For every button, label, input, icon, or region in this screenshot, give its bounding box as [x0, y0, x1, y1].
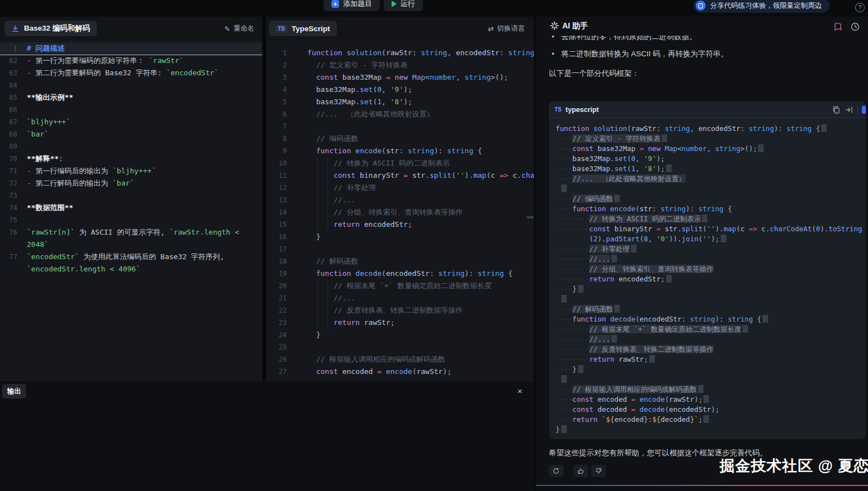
regenerate-button[interactable]	[549, 465, 563, 477]
markdown-editor[interactable]: 1# 问题描述 62- 第一行为需要编码的原始字符串： `rawStr`63- …	[0, 40, 262, 381]
code-line: 77`encodedStr` 为使用此算法编码后的 Base32 字符序列, `…	[0, 251, 262, 275]
code-panel: TS TypeScript ⇄ 切换语言 1function solution(…	[266, 17, 534, 381]
history-icon[interactable]	[850, 22, 860, 32]
code-line: 17	[266, 243, 534, 255]
ghost-cursor	[666, 164, 672, 172]
insert-code-icon[interactable]	[845, 105, 853, 114]
ghost-cursor	[611, 255, 617, 262]
promo-banner[interactable]: 分享代码练习体验，领限量定制周边	[693, 0, 830, 13]
code-line: 2// 定义索引 - 字符转换表	[266, 59, 534, 71]
ai-code-line: ····const encoded = encode(rawStr);	[556, 395, 868, 405]
code-line: 65**输出示例**	[0, 91, 262, 104]
problem-panel-header: Base32 编码和解码 ✎ 重命名	[0, 17, 262, 40]
ai-code-line: ····// 定义索引 - 字符转换表	[556, 134, 868, 144]
sparkle-icon	[549, 21, 560, 31]
code-line: 6//... （此处省略其他映射设置）	[266, 108, 534, 120]
rename-button[interactable]: ✎ 重命名	[224, 17, 254, 40]
code-language-label: typescript	[566, 106, 599, 114]
code-line: 18// 解码函数	[266, 255, 534, 268]
ai-code-line: ········// 转换为 ASCII 码的二进制表示	[556, 214, 868, 224]
ghost-cursor	[821, 124, 827, 132]
ai-code-line: ········const binaryStr = str.split('').…	[556, 224, 868, 234]
run-button[interactable]: 运行	[384, 0, 423, 11]
output-tab[interactable]: 输出	[2, 384, 26, 398]
thumbs-down-button[interactable]	[591, 465, 606, 477]
ghost-cursor	[614, 195, 620, 202]
code-line: 10// 转换为 ASCII 码的二进制表示	[266, 157, 534, 169]
ai-code-line: ········// 补零处理	[556, 244, 868, 254]
ghost-cursor	[561, 375, 567, 383]
code-line: 66	[0, 104, 262, 116]
copy-icon[interactable]	[832, 105, 841, 114]
code-line: 4base32Map.set(0, '9');	[266, 84, 534, 96]
ghost-cursor	[763, 315, 768, 323]
code-line: 11const binaryStr = str.split('').map(c …	[266, 169, 534, 182]
switch-language-button[interactable]: ⇄ 切换语言	[488, 17, 525, 40]
top-bar: + 添加题目 运行 分享代码练习体验，领限量定制周边 ?	[0, 0, 868, 17]
ghost-cursor	[662, 134, 667, 142]
problem-tab[interactable]: Base32 编码和解码	[4, 21, 97, 36]
ai-code-line: ····//... （此处省略其他映射设置）	[556, 174, 868, 184]
ai-code-line: ····// 编码函数	[556, 194, 868, 204]
ghost-cursor	[758, 144, 764, 152]
clipped-icon[interactable]	[862, 106, 866, 114]
ai-code-header: TS typescript	[549, 101, 866, 118]
typescript-lines: 1function solution(rawStr: string, encod…	[266, 40, 534, 378]
add-question-label: 添加题目	[343, 0, 372, 9]
close-icon[interactable]: ×	[514, 385, 526, 397]
code-line: 25	[266, 341, 534, 353]
code-line: 16}	[266, 231, 534, 243]
switch-language-label: 切换语言	[497, 24, 525, 33]
ai-title: AI 助手	[562, 21, 588, 31]
scrollbar-thumb[interactable]	[527, 216, 534, 218]
thumbs-down-icon	[595, 467, 602, 475]
ai-code-line: ····function decode(encodedStr: string):…	[556, 314, 868, 324]
ai-intro-text: 以下是一个部分代码框架：	[549, 69, 855, 79]
code-line: 1function solution(rawStr: string, encod…	[266, 47, 534, 59]
new-chat-icon[interactable]	[833, 22, 843, 32]
code-line: 26// 根据输入调用相应的编码或解码函数	[266, 353, 534, 366]
divider	[857, 106, 858, 114]
ai-code-line: ····// 根据输入调用相应的编码或解码函数	[556, 385, 868, 395]
code-panel-header: TS TypeScript ⇄ 切换语言	[266, 17, 534, 40]
thumbs-up-button[interactable]	[573, 465, 588, 477]
ghost-cursor	[649, 355, 655, 363]
ai-code-line: ····const base32Map = new Map<number, st…	[556, 144, 868, 154]
refresh-icon	[552, 467, 560, 475]
code-line: 13//...	[266, 194, 534, 206]
problem-panel: Base32 编码和解码 ✎ 重命名 1# 问题描述 62- 第一行为需要编码的…	[0, 17, 262, 381]
ghost-cursor	[561, 184, 567, 192]
code-line: 74**数据范围**	[0, 202, 262, 214]
problem-title: Base32 编码和解码	[24, 23, 90, 33]
ai-code-line: ····const decoded = decode(encodedStr);	[556, 405, 868, 415]
sticky-line: 1# 问题描述	[0, 42, 262, 55]
code-line: 19function decode(encodedStr: string): s…	[266, 268, 534, 280]
ai-code-line: ····return `${encoded}:${decoded}`;	[556, 415, 868, 425]
ai-code-line: ·	[556, 184, 868, 194]
code-line: 9function encode(str: string): string {	[266, 145, 534, 157]
help-icon[interactable]: ?	[855, 3, 865, 12]
ai-bullet: 将二进制数据转换为 ASCII 码，再转换为字符串。	[561, 48, 855, 60]
ghost-cursor	[666, 275, 672, 283]
markdown-lines: 62- 第一行为需要编码的原始字符串： `rawStr`63- 第二行为需要解码…	[0, 57, 262, 381]
code-line: 15return encodedStr;	[266, 218, 534, 231]
language-tab[interactable]: TS TypeScript	[269, 21, 337, 36]
ai-code-lines: function solution(rawStr: string, encode…	[549, 118, 868, 439]
ghost-cursor	[631, 245, 636, 252]
add-icon: +	[331, 0, 339, 8]
code-line: 63- 第二行为需要解码的 Base32 字符串: `encodedStr`	[0, 67, 262, 79]
ai-code-line: ····function encode(str: string): string…	[556, 204, 868, 214]
add-question-button[interactable]: + 添加题目	[324, 0, 380, 11]
code-line: 76`rawStr[n]` 为 ASCII 的可显示字符, `rawStr.le…	[0, 226, 262, 251]
ai-code-line: ·	[556, 375, 868, 385]
watermark: 掘金技术社区 @ 夏恋	[720, 456, 868, 476]
code-line: 62- 第一行为需要编码的原始字符串： `rawStr`	[0, 57, 262, 67]
code-line: 1# 问题描述	[0, 42, 262, 55]
code-line: 7	[266, 120, 534, 133]
typescript-editor[interactable]: 1function solution(rawStr: string, encod…	[266, 40, 534, 381]
ai-message-area[interactable]: 去除补位的零，得到原始的二进制数据。 将二进制数据转换为 ASCII 码，再转换…	[536, 35, 868, 491]
code-line: 75	[0, 214, 262, 226]
swap-arrows-icon: ⇄	[488, 25, 494, 33]
code-line: 5base32Map.set(1, '8');	[266, 96, 534, 108]
pencil-icon: ✎	[224, 25, 230, 33]
